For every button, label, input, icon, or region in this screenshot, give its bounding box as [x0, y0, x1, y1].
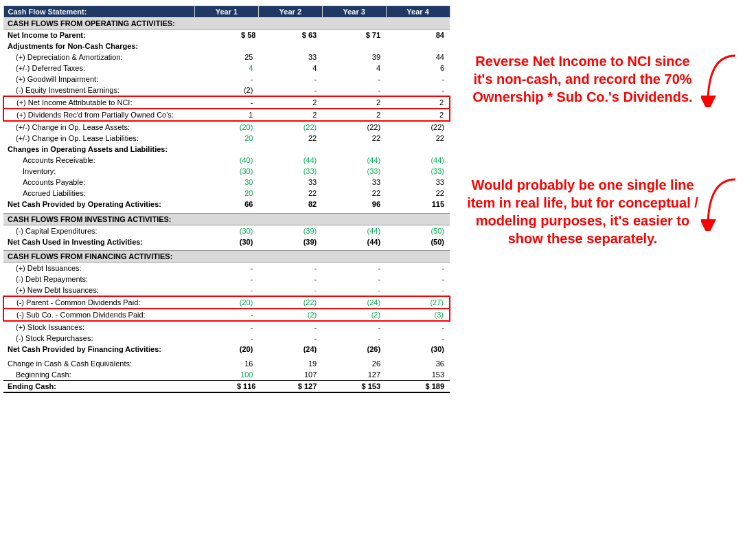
col-label-header: Cash Flow Statement:	[3, 6, 195, 18]
table-row: (+) Stock Issuances:----	[3, 321, 450, 333]
table-row: Accounts Payable:30333333	[3, 177, 450, 188]
section-header-row: CASH FLOWS FROM OPERATING ACTIVITIES:	[3, 18, 450, 30]
table-row: Beginning Cash:100107127153	[3, 369, 450, 381]
table-row: Net Cash Provided by Financing Activitie…	[3, 344, 450, 355]
bottom-arrow-svg	[701, 176, 742, 231]
table-row: (+) New Debt Issuances:----	[3, 285, 450, 296]
table-row: (+) Net Income Attributable to NCI:-222	[3, 96, 450, 109]
table-row: Net Cash Provided by Operating Activitie…	[3, 199, 450, 210]
col-year3-header: Year 3	[322, 6, 386, 18]
section-header-row: CASH FLOWS FROM FINANCING ACTIVITIES:	[3, 251, 450, 263]
table-row: (+/-) Change in Op. Lease Liabilities:20…	[3, 133, 450, 144]
cash-flow-table: Cash Flow Statement: Year 1 Year 2 Year …	[3, 5, 450, 393]
cash-flow-table-panel: Cash Flow Statement: Year 1 Year 2 Year …	[0, 0, 453, 534]
table-row: (-) Equity Investment Earnings:(2)---	[3, 85, 450, 96]
top-annotation-text: Reverse Net Income to NCI since it's non…	[467, 52, 698, 106]
col-year2-header: Year 2	[258, 6, 322, 18]
table-row: Net Cash Used in Investing Activities:(3…	[3, 236, 450, 247]
subheader-row: Adjustments for Non-Cash Charges:	[3, 41, 450, 52]
top-arrow-svg	[701, 52, 742, 107]
table-row: Accrued Liabilities:20222222	[3, 188, 450, 199]
table-row: (-) Capital Expenditures:(30)(39)(44)(50…	[3, 225, 450, 236]
bottom-annotation-text: Would probably be one single line item i…	[467, 176, 698, 247]
table-row: (-) Debt Repayments:----	[3, 274, 450, 285]
table-row: Ending Cash:$ 116$ 127$ 153$ 189	[3, 381, 450, 393]
table-row: (+) Depreciation & Amortization:25333944	[3, 52, 450, 63]
bottom-annotation-block: Would probably be one single line item i…	[467, 176, 742, 247]
table-row: Inventory:(30)(33)(33)(33)	[3, 166, 450, 177]
col-year1-header: Year 1	[195, 6, 259, 18]
table-row: (-) Stock Repurchases:----	[3, 333, 450, 344]
subheader-row: Changes in Operating Assets and Liabilit…	[3, 144, 450, 155]
table-row: Accounts Receivable:(40)(44)(44)(44)	[3, 155, 450, 166]
table-row: (+) Goodwill Impairment:----	[3, 74, 450, 85]
table-row: (+/-) Deferred Taxes:4446	[3, 63, 450, 74]
bottom-arrow	[701, 176, 742, 231]
top-annotation-block: Reverse Net Income to NCI since it's non…	[467, 52, 742, 107]
table-header-row: Cash Flow Statement: Year 1 Year 2 Year …	[3, 6, 450, 18]
table-row: (+) Debt Issuances:----	[3, 263, 450, 274]
table-row: Net Income to Parent:$ 58$ 63$ 7184	[3, 30, 450, 41]
section-header-row: CASH FLOWS FROM INVESTING ACTIVITIES:	[3, 213, 450, 225]
top-arrow	[701, 52, 742, 107]
col-year4-header: Year 4	[386, 6, 450, 18]
table-row: (-) Sub Co. - Common Dividends Paid:-(2)…	[3, 309, 450, 321]
table-row: (+) Dividends Rec'd from Partially Owned…	[3, 109, 450, 121]
table-row: Change in Cash & Cash Equivalents:161926…	[3, 358, 450, 369]
annotations-panel: Reverse Net Income to NCI since it's non…	[453, 0, 756, 534]
table-row: (+/-) Change in Op. Lease Assets:(20)(22…	[3, 121, 450, 133]
table-row: (-) Parent - Common Dividends Paid:(20)(…	[3, 296, 450, 309]
